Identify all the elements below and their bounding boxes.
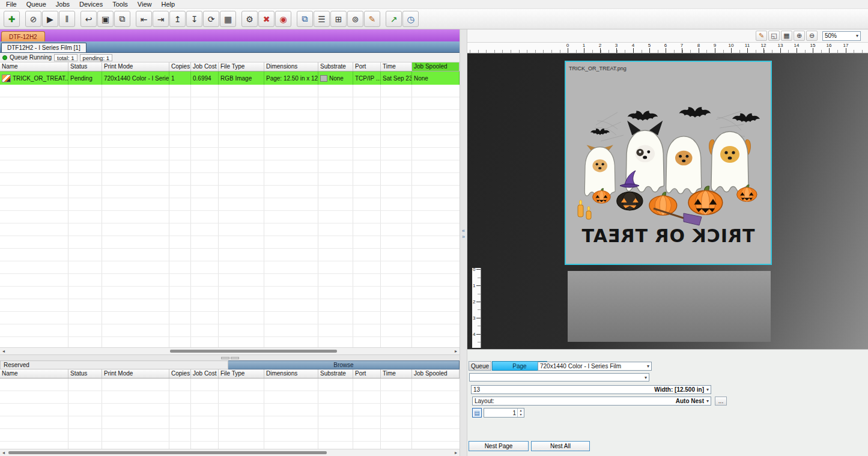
chevron-down-icon: ▾ [706,387,709,392]
queue-abort-button[interactable]: ⊘ [25,11,41,27]
scrollbar-thumb[interactable] [170,350,337,353]
queue-tab[interactable]: DTF12H2 - I Series Film [1] [1,43,86,52]
bottom-column-header-port[interactable]: Port [353,369,381,378]
move-bottom-button[interactable]: ↧ [186,11,202,27]
column-header-job-cost[interactable]: Job Cost [191,62,219,71]
splitter-collapse-icon[interactable]: « » [460,228,467,240]
bottom-column-header-dimensions[interactable]: Dimensions [264,369,318,378]
film-page[interactable]: TRICK_OR_TREAT.png [565,61,772,265]
bottom-column-header-name[interactable]: Name [0,369,68,378]
print-job-button[interactable]: ▣ [97,11,114,27]
layout-more-button[interactable]: ... [715,397,727,406]
scrollbar-thumb[interactable] [8,451,327,454]
scroll-left-icon[interactable]: ◂ [0,348,7,354]
tile-pages-button[interactable]: ▦ [220,11,236,27]
nest-page-button[interactable]: Nest Page [469,441,529,451]
color-adjust-button[interactable]: ✎ [364,11,380,27]
export-file-button[interactable]: ⇥ [153,11,169,27]
release-hold-button[interactable]: ↩ [80,11,97,27]
queue-tab-bar: DTF12H2 - I Series Film [1] [0,41,460,53]
menu-view[interactable]: View [133,1,157,8]
select-area-button[interactable]: ◱ [768,31,780,41]
job-log-button[interactable]: ↗ [386,11,402,27]
menu-file[interactable]: File [1,1,22,8]
zoom-in-button[interactable]: ⊕ [794,31,805,41]
scheduler-button[interactable]: ◷ [402,11,419,27]
menu-devices[interactable]: Devices [74,1,108,8]
column-header-dimensions[interactable]: Dimensions [264,62,318,71]
menu-queue[interactable]: Queue [22,1,51,8]
import-file-button[interactable]: ⇤ [136,11,152,27]
bottom-column-header-time[interactable]: Time [381,369,412,378]
column-header-substrate[interactable]: Substrate [318,62,353,71]
preview-canvas[interactable]: 0 1 2 3 4 TRICK_OR_TREAT.png [467,53,868,349]
chevron-down-icon: ▾ [645,375,647,380]
column-header-print-mode[interactable]: Print Mode [102,62,169,71]
column-header-copies[interactable]: Copies [169,62,191,71]
scroll-left-icon[interactable]: ◂ [0,449,7,456]
copy-job-button[interactable]: ⧉ [297,11,313,27]
queue-running-icon [2,55,7,60]
spin-up-icon[interactable]: ▴ [518,409,524,413]
queue-horizontal-scrollbar[interactable]: ◂ ▸ [0,347,460,354]
column-header-status[interactable]: Status [68,62,102,71]
cancel-job-button[interactable]: ✖ [258,11,275,27]
copies-stepper[interactable]: 1 ▴ ▾ [484,408,524,418]
cost-estimate-button[interactable]: ⊞ [330,11,347,27]
vertical-splitter[interactable]: « » [460,29,467,456]
column-header-name[interactable]: Name [0,62,68,71]
job-spooled-cell: None [412,71,460,85]
scroll-right-icon[interactable]: ▸ [452,449,460,456]
tab-browse[interactable]: Browse [228,360,460,369]
copies-value: 1 [484,409,517,417]
grid-icon: ▦ [783,32,789,40]
job-row[interactable]: TRICK_OR_TREAT... Pending 720x1440 Color… [0,71,460,85]
bottom-column-header-job-spooled[interactable]: Job Spooled [412,369,460,378]
reserved-horizontal-scrollbar[interactable]: ◂ ▸ [0,449,460,456]
rip-job-icon: ◉ [279,14,287,24]
color-tools-button[interactable]: ✎ [756,31,767,41]
bottom-column-header-status[interactable]: Status [68,369,102,378]
artwork-preview: TRICK OR TREAT [566,62,771,264]
move-top-button[interactable]: ↥ [169,11,186,27]
spin-down-icon[interactable]: ▾ [518,413,524,417]
job-ticket-button[interactable]: ☰ [314,11,330,27]
column-header-file-type[interactable]: File Type [219,62,264,71]
rotate-page-button[interactable]: ⟳ [203,11,219,27]
bottom-column-header-print-mode[interactable]: Print Mode [102,369,169,378]
job-settings-button[interactable]: ⚙ [241,11,258,27]
scroll-right-icon[interactable]: ▸ [452,348,460,354]
column-header-job-spooled[interactable]: Job Spooled [412,62,460,71]
menu-help[interactable]: Help [156,1,180,8]
tab-reserved[interactable]: Reserved [0,360,228,369]
add-job-button[interactable]: ✚ [4,11,20,27]
zoom-select[interactable]: 50% ▾ [822,31,861,41]
bottom-column-header-substrate[interactable]: Substrate [318,369,353,378]
duplicate-job-button[interactable]: ⧉ [114,11,130,27]
tab-queue[interactable]: Queue [469,361,491,371]
queue-start-button[interactable]: ▶ [42,11,58,27]
grid-toggle-button[interactable]: ▦ [781,31,792,41]
print-mode-select[interactable]: 720x1440 Color - I Series Film ▾ [538,362,652,371]
bottom-column-header-copies[interactable]: Copies [169,369,191,378]
menu-jobs[interactable]: Jobs [51,1,74,8]
bottom-column-header-job-cost[interactable]: Job Cost [191,369,219,378]
menu-tools[interactable]: Tools [108,1,133,8]
printer-tab[interactable]: DTF-12H2 [1,31,45,41]
queue-pause-button[interactable]: ‖ [59,11,75,27]
nest-all-button[interactable]: Nest All [531,441,590,451]
job-substrate-cell: None [318,71,353,85]
bottom-column-header-file-type[interactable]: File Type [219,369,264,378]
rip-job-button[interactable]: ◉ [275,11,291,27]
horizontal-splitter[interactable] [0,354,460,360]
column-header-port[interactable]: Port [353,62,381,71]
media-width-combo[interactable]: 13 Width: [12.500 in] ▾ [471,385,711,394]
layout-select[interactable]: Layout: Auto Nest ▾ [472,397,711,406]
preview-panel: ✎ ◱ ▦ ⊕ ⊖ 50% ▾ 0 1 2 3 4 5 6 7 8 9 [467,29,868,456]
column-header-time[interactable]: Time [381,62,412,71]
printer-tab-bar: DTF-12H2 [0,29,460,41]
find-job-button[interactable]: ⊚ [347,11,363,27]
zoom-out-button[interactable]: ⊖ [806,31,818,41]
select-area-icon: ◱ [771,32,777,40]
substrate-select[interactable]: ▾ [469,373,649,382]
